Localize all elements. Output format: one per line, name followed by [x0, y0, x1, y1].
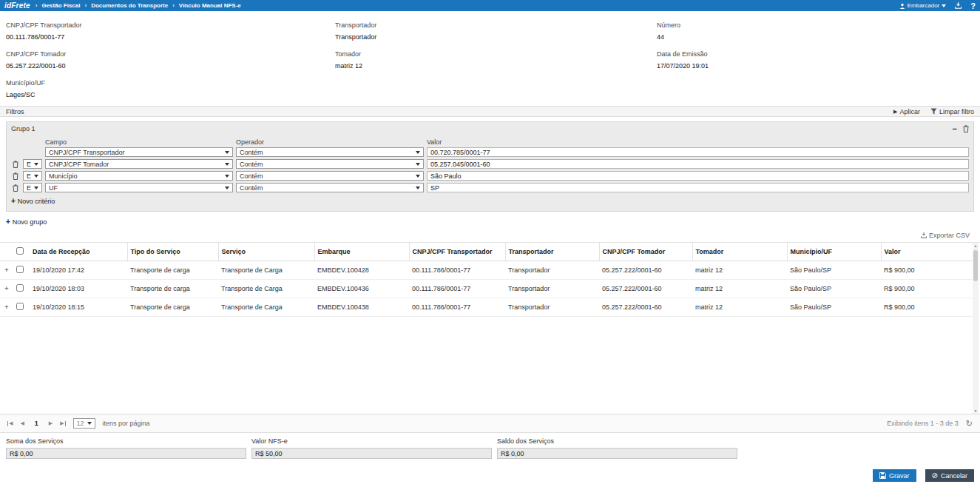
- chevron-down-icon: [225, 151, 229, 154]
- criterion-field-select[interactable]: CNPJ/CPF Tomador: [45, 159, 233, 169]
- table-cell: São Paulo/SP: [787, 261, 881, 280]
- clear-filter-button[interactable]: Limpar filtro: [930, 108, 974, 115]
- column-header[interactable]: CNPJ/CPF Tomador: [599, 243, 692, 261]
- column-header[interactable]: Transportador: [505, 243, 599, 261]
- header-field: Transportador Transportador: [335, 21, 657, 41]
- table-cell: 05.257.222/0001-60: [599, 298, 692, 317]
- export-csv-button[interactable]: Exportar CSV: [921, 232, 970, 239]
- expand-row-icon[interactable]: +: [0, 298, 13, 317]
- refresh-icon[interactable]: ↻: [966, 419, 973, 429]
- row-checkbox[interactable]: [16, 284, 24, 292]
- criterion-field-select[interactable]: CNPJ/CPF Transportador: [45, 147, 233, 157]
- filters-header: Filtros ▶ Aplicar Limpar filtro: [0, 106, 980, 117]
- criterion-operator-select[interactable]: Contém: [236, 171, 424, 181]
- prev-page-button[interactable]: ◀: [20, 420, 24, 426]
- new-criterion-button[interactable]: + Novo critério: [11, 197, 969, 205]
- save-icon: [879, 472, 886, 479]
- table-cell: 05.257.222/0001-60: [599, 261, 692, 280]
- help-icon[interactable]: ?: [970, 1, 976, 10]
- header-field: Tomador matriz 12: [335, 50, 657, 70]
- document-header: CNPJ/CPF Transportador 00.111.786/0001-7…: [0, 11, 980, 106]
- table-cell: Transportador: [505, 261, 599, 280]
- table-cell: matriz 12: [692, 280, 787, 298]
- row-checkbox[interactable]: [16, 303, 24, 310]
- delete-criterion-button[interactable]: [11, 184, 20, 192]
- field-value: Transportador: [335, 33, 657, 41]
- plus-icon: +: [6, 218, 10, 226]
- chevron-down-icon: [34, 163, 38, 166]
- column-header[interactable]: CNPJ/CPF Transportador: [409, 243, 505, 261]
- criterion-operator-select[interactable]: Contém: [236, 147, 424, 157]
- scroll-down-icon[interactable]: ▼: [973, 409, 979, 413]
- last-page-button[interactable]: ▶: [60, 420, 65, 426]
- valor-nfse-input[interactable]: R$ 50,00: [251, 448, 492, 459]
- new-group-button[interactable]: + Novo grupo: [6, 218, 974, 226]
- collapse-group-icon[interactable]: −: [953, 126, 957, 132]
- criterion-conjunction-select[interactable]: E: [23, 183, 42, 192]
- table-row[interactable]: + 19/10/2020 18:15 Transporte de carga T…: [0, 298, 973, 317]
- plus-icon: +: [11, 197, 16, 205]
- first-page-button[interactable]: ◀: [7, 420, 13, 426]
- apply-filter-button[interactable]: ▶ Aplicar: [893, 108, 920, 115]
- saldo-servicos-input[interactable]: R$ 0,00: [497, 448, 737, 459]
- criterion-value-input[interactable]: 00.720.785/0001-77: [427, 147, 969, 157]
- profile-menu[interactable]: Embarcador: [899, 2, 947, 9]
- column-header[interactable]: Tipo do Serviço: [127, 243, 218, 261]
- column-header[interactable]: Embarque: [314, 243, 409, 261]
- criterion-operator-select[interactable]: Contém: [236, 159, 424, 169]
- criterion-conjunction-select[interactable]: E: [23, 171, 42, 181]
- column-header[interactable]: Tomador: [692, 243, 787, 261]
- scroll-up-icon[interactable]: ▲: [973, 243, 979, 248]
- expand-row-icon[interactable]: +: [0, 261, 13, 280]
- criterion-operator-select[interactable]: Contém: [236, 183, 424, 192]
- results-table: Data de Recepção Tipo do Serviço Serviço…: [0, 243, 974, 317]
- select-all-checkbox[interactable]: [16, 247, 24, 255]
- select-all-checkbox-cell: [13, 243, 30, 261]
- delete-criterion-button[interactable]: [11, 172, 20, 180]
- column-header[interactable]: Data de Recepção: [30, 243, 127, 261]
- header-field: Município/UF Lages/SC: [6, 79, 335, 98]
- download-button[interactable]: [955, 2, 962, 9]
- chevron-down-icon: [942, 4, 946, 7]
- page-size-select[interactable]: 12: [73, 418, 95, 429]
- field-value: 05.257.222/0001-60: [6, 62, 335, 70]
- next-page-button[interactable]: ▶: [49, 420, 53, 426]
- row-checkbox[interactable]: [16, 266, 24, 273]
- table-row[interactable]: + 19/10/2020 18:03 Transporte de carga T…: [0, 280, 973, 298]
- delete-group-button[interactable]: [963, 125, 969, 132]
- column-header[interactable]: Valor: [881, 243, 973, 261]
- table-row[interactable]: + 19/10/2020 17:42 Transporte de carga T…: [0, 261, 973, 280]
- page-number[interactable]: 1: [32, 420, 41, 427]
- field-label: Transportador: [335, 21, 657, 29]
- breadcrumb-item[interactable]: Documentos do Transporte: [91, 2, 168, 9]
- scrollbar-thumb[interactable]: [973, 250, 978, 281]
- column-header-field: Campo: [45, 138, 233, 146]
- criterion-field-select[interactable]: UF: [45, 183, 233, 192]
- table-cell: Transporte de carga: [127, 280, 218, 298]
- column-header[interactable]: Serviço: [218, 243, 314, 261]
- vertical-scrollbar[interactable]: ▲ ▼: [973, 243, 979, 414]
- save-button[interactable]: Gravar: [873, 469, 916, 482]
- criterion-value-input[interactable]: SP: [427, 183, 969, 192]
- table-cell: 19/10/2020 18:15: [30, 298, 127, 317]
- column-header[interactable]: Município/UF: [787, 243, 881, 261]
- cancel-button[interactable]: ⊘ Cancelar: [925, 469, 974, 482]
- filter-group-title: Grupo 1: [11, 125, 36, 132]
- soma-servicos-input[interactable]: R$ 0,00: [6, 448, 246, 459]
- expand-row-icon[interactable]: +: [0, 280, 13, 298]
- table-cell: 05.257.222/0001-60: [599, 280, 692, 298]
- chevron-down-icon: [416, 187, 420, 189]
- criterion-conjunction-select[interactable]: E: [23, 159, 42, 169]
- filter-criterion-row: E CNPJ/CPF Tomador Contém 05.257.045/000…: [11, 159, 969, 169]
- table-cell: Transporte de carga: [127, 261, 218, 280]
- criterion-field-select[interactable]: Município: [45, 171, 233, 181]
- filter-criterion-row: E UF Contém SP: [11, 183, 969, 192]
- pagination-status: Exibindo itens 1 - 3 de 3: [887, 420, 959, 427]
- criterion-value-input[interactable]: São Paulo: [427, 171, 969, 181]
- delete-criterion-button[interactable]: [11, 161, 20, 168]
- field-label: CNPJ/CPF Transportador: [6, 21, 335, 29]
- app-logo: idFrete: [4, 1, 30, 10]
- breadcrumb-item[interactable]: Gestão Fiscal: [41, 2, 80, 9]
- expand-column-header: [0, 243, 13, 261]
- criterion-value-input[interactable]: 05.257.045/0001-60: [427, 159, 969, 169]
